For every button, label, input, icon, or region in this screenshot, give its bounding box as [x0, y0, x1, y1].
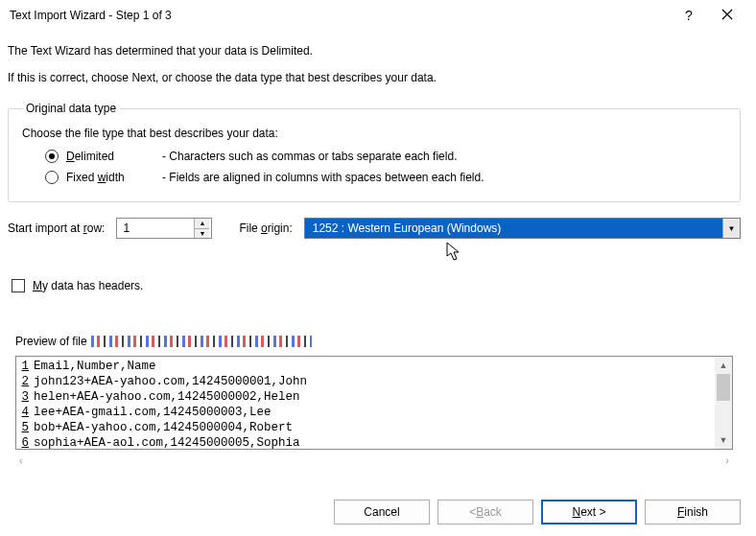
preview-filepath-redacted	[91, 336, 312, 347]
preview-label: Preview of file	[15, 335, 741, 348]
radio-delimited-row[interactable]: Delimited - Characters such as commas or…	[45, 150, 726, 163]
spinner-buttons[interactable]: ▲ ▼	[194, 219, 209, 238]
vertical-scrollbar[interactable]: ▲ ▼	[715, 357, 732, 449]
choose-label: Choose the file type that best describes…	[22, 127, 726, 140]
scroll-thumb[interactable]	[717, 374, 730, 401]
title-bar: Text Import Wizard - Step 1 of 3 ?	[0, 0, 756, 31]
close-icon	[721, 9, 733, 20]
help-button[interactable]: ?	[670, 8, 708, 23]
intro-text-2: If this is correct, choose Next, or choo…	[8, 71, 741, 84]
spinner-down-icon[interactable]: ▼	[195, 229, 209, 239]
radio-fixedwidth[interactable]	[45, 171, 59, 184]
file-origin-value: 1252 : Western European (Windows)	[305, 219, 722, 238]
start-row-input[interactable]	[117, 219, 194, 238]
radio-fixedwidth-row[interactable]: Fixed width - Fields are aligned in colu…	[45, 171, 726, 184]
finish-button[interactable]: Finish	[645, 500, 741, 524]
preview-line: 1Email,Number,Name	[16, 359, 732, 374]
scroll-left-icon[interactable]: ‹	[19, 454, 23, 466]
group-legend: Original data type	[22, 102, 120, 115]
headers-checkbox[interactable]	[12, 279, 25, 292]
radio-delimited[interactable]	[45, 150, 59, 163]
import-row: Start import at row: ▲ ▼ File origin: 12…	[8, 218, 741, 239]
close-button[interactable]	[708, 8, 746, 23]
next-button[interactable]: Next >	[541, 500, 637, 524]
preview-line: 4lee+AEA-gmail.com,14245000003,Lee	[16, 405, 732, 420]
back-button: < Back	[437, 500, 533, 524]
scroll-right-icon[interactable]: ›	[725, 454, 729, 466]
scroll-down-icon[interactable]: ▼	[715, 431, 732, 449]
preview-box: 1Email,Number,Name2john123+AEA-yahoo.com…	[15, 356, 733, 450]
window-title: Text Import Wizard - Step 1 of 3	[10, 9, 670, 22]
file-origin-label: File origin:	[239, 221, 292, 235]
preview-line: 5bob+AEA-yahoo.com,14245000004,Robert	[16, 420, 732, 435]
headers-row[interactable]: My data has headers.	[12, 279, 741, 292]
chevron-down-icon[interactable]: ▼	[722, 219, 740, 238]
scroll-up-icon[interactable]: ▲	[715, 357, 732, 374]
file-origin-dropdown[interactable]: 1252 : Western European (Windows) ▼	[304, 218, 741, 239]
preview-line: 2john123+AEA-yahoo.com,14245000001,John	[16, 374, 732, 389]
preview-line: 3helen+AEA-yahoo.com,14245000002,Helen	[16, 389, 732, 405]
scroll-track[interactable]	[715, 374, 732, 431]
horizontal-scrollbar[interactable]: ‹ ›	[15, 452, 733, 469]
preview-line: 6sophia+AEA-aol.com,14245000005,Sophia	[16, 435, 732, 450]
footer-buttons: Cancel < Back Next > Finish	[334, 500, 741, 524]
original-data-type-group: Original data type Choose the file type …	[8, 102, 741, 202]
headers-label: My data has headers.	[33, 279, 143, 292]
cancel-button[interactable]: Cancel	[334, 500, 430, 524]
start-row-label: Start import at row:	[8, 221, 105, 235]
radio-fixedwidth-desc: - Fields are aligned in columns with spa…	[162, 171, 484, 184]
radio-fixedwidth-label: Fixed width	[66, 171, 154, 184]
start-row-spinner[interactable]: ▲ ▼	[116, 218, 212, 239]
radio-delimited-desc: - Characters such as commas or tabs sepa…	[162, 150, 457, 163]
intro-text-1: The Text Wizard has determined that your…	[8, 44, 741, 58]
radio-delimited-label: Delimited	[66, 150, 154, 163]
spinner-up-icon[interactable]: ▲	[195, 219, 209, 229]
